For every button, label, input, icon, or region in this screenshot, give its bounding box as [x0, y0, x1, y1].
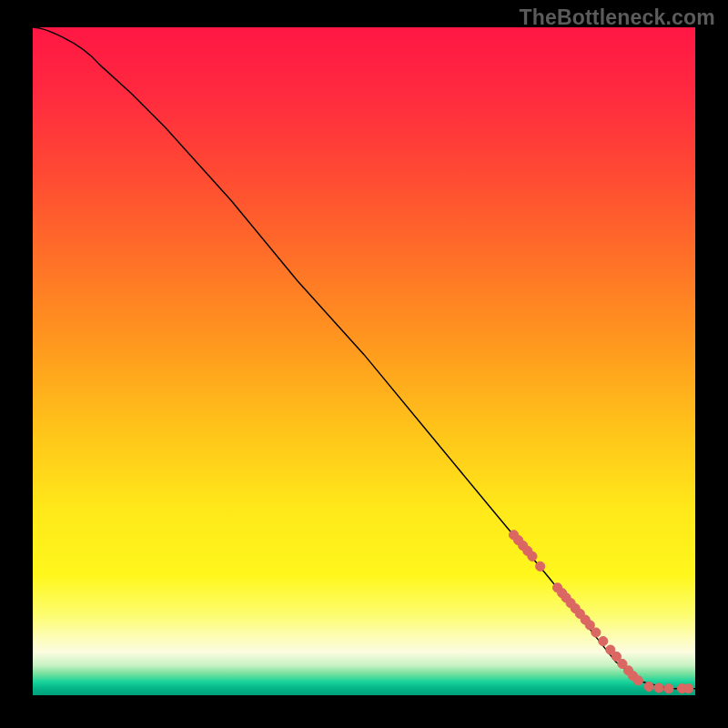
chart-stage: TheBottleneck.com — [0, 0, 728, 728]
marker-dot — [592, 628, 601, 637]
highlighted-markers — [509, 531, 693, 693]
marker-dot — [644, 682, 653, 691]
curve-layer — [33, 27, 695, 695]
marker-dot — [633, 676, 642, 685]
bottleneck-curve — [33, 27, 695, 689]
marker-dot — [654, 683, 663, 693]
marker-dot — [536, 561, 545, 571]
plot-area — [33, 27, 695, 695]
watermark-text: TheBottleneck.com — [519, 5, 715, 30]
marker-dot — [599, 636, 608, 645]
marker-dot — [684, 684, 693, 693]
marker-dot — [664, 684, 673, 693]
marker-dot — [528, 551, 537, 561]
